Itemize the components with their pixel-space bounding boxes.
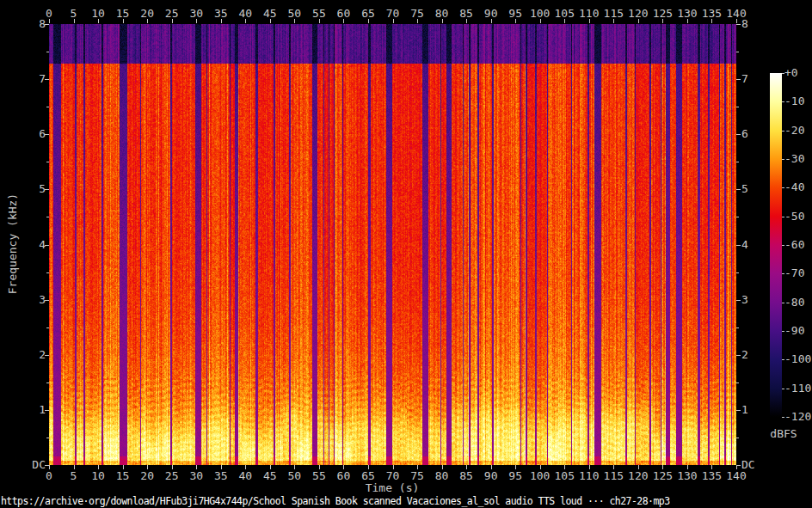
y-axis-tick-label-right: 4	[741, 239, 776, 250]
x-axis-tick-bottom	[49, 465, 50, 469]
x-axis-tick-bottom	[294, 465, 295, 469]
x-axis-tick-top	[564, 19, 565, 23]
x-axis-tick-top	[196, 19, 197, 23]
y-axis-tick-label-right: 2	[741, 349, 776, 360]
x-axis-tick-top	[98, 19, 99, 23]
colorbar-unit-label: dBFS	[762, 428, 805, 439]
y-axis-tick-left	[45, 245, 49, 246]
x-axis-tick-top	[368, 19, 369, 23]
y-axis-tick-left	[45, 24, 49, 25]
y-axis-tick-left	[45, 355, 49, 356]
y-axis-tick-label-right: 8	[741, 18, 776, 29]
frequency-axis-title: Frequency (kHz)	[7, 193, 18, 296]
colorbar-tick-label: -40	[784, 181, 804, 193]
y-axis-tick-label-left: 4	[17, 239, 46, 250]
y-axis-tick-label-left: 2	[17, 349, 46, 360]
x-axis-tick-top	[319, 19, 320, 23]
colorbar-tick-label: -100	[784, 353, 811, 364]
colorbar-tick-label: -30	[784, 153, 804, 164]
x-axis-tick-bottom	[638, 465, 639, 469]
x-axis-tick-bottom	[98, 465, 99, 469]
y-axis-minor-tick-left	[46, 272, 49, 273]
colorbar-tick-label: -60	[784, 239, 804, 250]
y-axis-minor-tick-right	[736, 107, 739, 107]
colorbar-tick-label: -10	[784, 95, 804, 107]
y-axis-tick-right	[736, 410, 741, 411]
x-axis-tick-top	[589, 19, 590, 23]
x-axis-tick-top	[736, 19, 737, 23]
x-axis-tick-bottom	[270, 465, 271, 469]
x-axis-tick-top	[491, 19, 492, 23]
x-axis-tick-bottom	[147, 465, 148, 469]
y-axis-tick-left	[45, 134, 49, 135]
y-axis-tick-right	[736, 134, 741, 135]
x-axis-tick-top	[123, 19, 124, 23]
x-axis-tick-bottom	[417, 465, 418, 469]
y-axis-tick-right	[736, 79, 741, 80]
x-axis-tick-bottom	[564, 465, 565, 469]
x-axis-tick-top	[172, 19, 173, 23]
x-axis-tick-label-bottom: 140	[719, 470, 754, 481]
x-axis-tick-top	[442, 19, 443, 23]
x-axis-tick-bottom	[589, 465, 590, 469]
y-axis-tick-left	[45, 189, 49, 190]
y-axis-minor-tick-right	[736, 272, 739, 273]
x-axis-tick-bottom	[491, 465, 492, 469]
y-axis-tick-label-left: 8	[17, 18, 46, 29]
y-axis-tick-label-left: 5	[17, 183, 46, 194]
x-axis-tick-top	[515, 19, 516, 23]
y-axis-minor-tick-right	[736, 383, 739, 383]
x-axis-tick-bottom	[172, 465, 173, 469]
x-axis-tick-bottom	[343, 465, 344, 469]
y-axis-tick-label-left: 1	[17, 404, 46, 415]
x-axis-tick-top	[49, 19, 50, 23]
time-axis-title: Time (s)	[358, 482, 427, 493]
x-axis-tick-bottom	[393, 465, 394, 469]
x-axis-tick-top	[294, 19, 295, 23]
x-axis-tick-top	[417, 19, 418, 23]
x-axis-tick-bottom	[368, 465, 369, 469]
y-axis-minor-tick-left	[46, 383, 49, 383]
x-axis-tick-bottom	[613, 465, 614, 469]
y-axis-minor-tick-left	[46, 52, 49, 52]
x-axis-tick-top	[662, 19, 663, 23]
x-axis-tick-bottom	[540, 465, 541, 469]
spectrogram-window: Frequency (kHz) Time (s) dBFS https://ar…	[0, 0, 812, 508]
y-axis-tick-left	[45, 465, 49, 466]
y-axis-tick-label-left: 7	[17, 73, 46, 84]
y-axis-tick-label-right: 1	[741, 404, 776, 415]
y-axis-minor-tick-left	[46, 327, 49, 328]
colorbar-tick-label: -120	[784, 411, 811, 422]
y-axis-tick-label-left: 3	[17, 294, 46, 305]
y-axis-minor-tick-right	[736, 217, 739, 217]
x-axis-tick-bottom	[466, 465, 467, 469]
x-axis-tick-bottom	[515, 465, 516, 469]
y-axis-tick-right	[736, 189, 741, 190]
colorbar-tick-label: -50	[784, 211, 804, 222]
x-axis-tick-top	[466, 19, 467, 23]
colorbar-tick-label: -90	[784, 325, 804, 336]
y-axis-tick-label-right: 7	[741, 73, 776, 84]
colorbar-tick-label: -70	[784, 267, 804, 278]
y-axis-tick-label-left: 6	[17, 128, 46, 139]
x-axis-tick-bottom	[196, 465, 197, 469]
y-axis-tick-right	[736, 245, 741, 246]
y-axis-tick-right	[736, 300, 741, 301]
y-axis-tick-label-right: DC	[741, 459, 776, 470]
x-axis-tick-top	[221, 19, 222, 23]
x-axis-tick-top	[74, 19, 75, 23]
x-axis-tick-top	[540, 19, 541, 23]
y-axis-tick-label-right: 5	[741, 183, 776, 194]
x-axis-tick-bottom	[687, 465, 688, 469]
y-axis-minor-tick-right	[736, 52, 739, 52]
x-axis-tick-top	[638, 19, 639, 23]
x-axis-tick-top	[147, 19, 148, 23]
colorbar-tick-label: -80	[784, 297, 804, 308]
colorbar-tick-label: +0	[784, 67, 798, 78]
y-axis-tick-right	[736, 24, 741, 25]
y-axis-minor-tick-left	[46, 107, 49, 107]
x-axis-tick-top	[613, 19, 614, 23]
y-axis-minor-tick-left	[46, 438, 49, 438]
colorbar-tick-label: -20	[784, 125, 804, 136]
y-axis-minor-tick-right	[736, 162, 739, 162]
